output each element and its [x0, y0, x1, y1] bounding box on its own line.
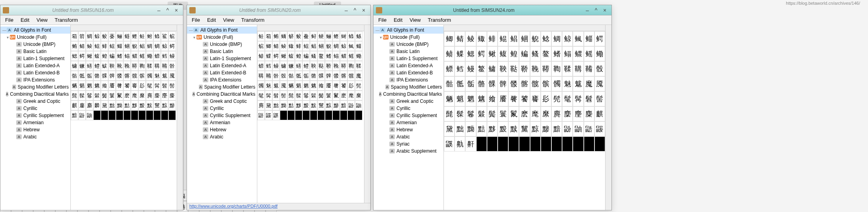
glyph-cell[interactable]: 骼 [476, 76, 487, 91]
scrollbar[interactable] [605, 25, 611, 210]
glyph-cell[interactable] [487, 136, 498, 151]
menu-edit[interactable]: Edit [204, 16, 219, 24]
glyph-cell[interactable]: 鲱 [101, 41, 108, 51]
glyph-cell[interactable]: 鞯 [340, 61, 347, 71]
glyph-cell[interactable]: 鳆 [287, 51, 295, 61]
glyph-cell[interactable] [287, 110, 295, 120]
glyph-cell[interactable]: 髅 [332, 71, 340, 81]
glyph-cell[interactable]: 黜 [108, 100, 116, 110]
glyph-cell[interactable]: 鞯 [131, 61, 138, 71]
glyph-cell[interactable]: 髋 [347, 71, 355, 81]
glyph-cell[interactable]: 鼬 [355, 100, 362, 110]
glyph-cell[interactable]: 鲶 [541, 31, 551, 46]
tree-item[interactable]: AIPA Extensions [187, 76, 257, 83]
glyph-cell[interactable]: 黧 [519, 121, 530, 136]
glyph-cell[interactable] [295, 110, 302, 120]
glyph-cell[interactable] [153, 110, 161, 120]
glyph-cell[interactable]: 餮 [116, 81, 123, 91]
tree-item[interactable]: AUnicode (BMP) [0, 41, 70, 48]
glyph-cell[interactable]: 麾 [347, 91, 355, 100]
tree-item[interactable]: ACyrillic [0, 105, 70, 112]
glyph-cell[interactable]: 髂 [340, 71, 347, 81]
glyph-cell[interactable]: 鲡 [325, 31, 332, 41]
scrollbar[interactable] [364, 25, 370, 203]
close-button[interactable]: × [359, 7, 368, 13]
glyph-cell[interactable]: 鲻 [116, 41, 123, 51]
glyph-cell[interactable]: 鞫 [551, 61, 562, 76]
glyph-cell[interactable]: 饔 [131, 81, 138, 91]
titlebar[interactable]: Untitled from SIMSUN24.rom – ^ × [374, 5, 611, 15]
glyph-cell[interactable]: 鬟 [325, 91, 332, 100]
glyph-cell[interactable]: 髯 [153, 81, 161, 91]
glyph-cell[interactable]: 鬏 [93, 91, 101, 100]
glyph-cell[interactable]: 鬣 [332, 91, 340, 100]
glyph-cell[interactable]: 髁 [317, 71, 325, 81]
glyph-cell[interactable]: 髀 [325, 71, 332, 81]
glyph-cell[interactable]: 鼢 [347, 100, 355, 110]
glyph-cell[interactable]: 鳃 [465, 46, 476, 61]
glyph-cell[interactable]: 魉 [71, 81, 78, 91]
category-tree[interactable]: —AAll Glyphs in Font▾U+Unicode (Full)AUn… [0, 25, 71, 210]
glyph-cell[interactable]: 鲰 [476, 31, 487, 46]
glyph-cell[interactable]: 餮 [508, 91, 519, 106]
maximize-button[interactable]: ^ [163, 7, 172, 13]
tree-item[interactable]: —AAll Glyphs in Font [374, 26, 443, 34]
glyph-cell[interactable]: 黝 [116, 100, 123, 110]
menu-transform[interactable]: Transform [238, 16, 268, 24]
glyph-cell[interactable]: 鞴 [161, 61, 168, 71]
glyph-cell[interactable]: 鲽 [265, 51, 272, 61]
glyph-cell[interactable]: 黩 [508, 121, 519, 136]
glyph-cell[interactable]: 鼾 [465, 136, 476, 151]
glyph-cell[interactable]: 鞫 [347, 61, 355, 71]
glyph-cell[interactable] [302, 110, 310, 120]
glyph-cell[interactable]: 魇 [280, 81, 287, 91]
tree-item[interactable]: AHebrew [0, 126, 70, 133]
glyph-cell[interactable]: 黧 [317, 100, 325, 110]
tree-item[interactable]: ABasic Latin [374, 48, 443, 55]
glyph-cell[interactable]: 鳋 [530, 46, 541, 61]
glyph-cell[interactable]: 麝 [86, 100, 93, 110]
glyph-cell[interactable] [476, 136, 487, 151]
glyph-cell[interactable]: 髹 [455, 106, 465, 121]
glyph-cell[interactable]: 黧 [153, 100, 161, 110]
tree-item[interactable]: ACyrillic [187, 105, 257, 112]
glyph-cell[interactable]: 鳄 [594, 31, 605, 46]
titlebar[interactable]: Untitled from SIMSUN16.rom – ^ × [0, 5, 183, 15]
tree-item[interactable]: AIPA Extensions [374, 76, 443, 83]
glyph-cell[interactable]: 髅 [508, 76, 519, 91]
glyph-cell[interactable]: 魔 [584, 76, 594, 91]
glyph-cell[interactable] [519, 136, 530, 151]
glyph-cell[interactable]: 鳄 [272, 51, 280, 61]
glyph-cell[interactable]: 鳝 [86, 61, 93, 71]
glyph-cell[interactable]: 鲩 [257, 41, 265, 51]
glyph-cell[interactable]: 饕 [340, 81, 347, 91]
glyph-cell[interactable]: 鞣 [146, 61, 153, 71]
menu-file[interactable]: File [375, 16, 390, 24]
glyph-cell[interactable]: 鲧 [355, 31, 362, 41]
glyph-cell[interactable] [161, 110, 168, 120]
glyph-cell[interactable]: 鳆 [93, 51, 101, 61]
glyph-cell[interactable]: 髫 [161, 81, 168, 91]
glyph-cell[interactable]: 黝 [465, 121, 476, 136]
glyph-cell[interactable] [108, 110, 116, 120]
glyph-cell[interactable]: 鲻 [584, 31, 594, 46]
tree-item[interactable]: ALatin Extended-B [374, 69, 443, 76]
glyph-grid[interactable]: 鲫鲭鲮鲰鲱鲲鲳鲴鲵鲶鲷鲸鲺鲻鳄鲼鲽鳃鳄鳅鳆鳇鳊鳋鳌鳍鳎鳏鳐鳓鳔鳕鳗鳘鳙鞅鞑鞒鞔鞯… [444, 31, 605, 210]
glyph-cell[interactable]: 鳄 [476, 46, 487, 61]
glyph-cell[interactable]: 鲷 [146, 41, 153, 51]
tree-item[interactable]: ▾U+Unicode (Full) [0, 34, 70, 41]
glyph-cell[interactable]: 髋 [530, 76, 541, 91]
glyph-cell[interactable]: 髭 [444, 106, 455, 121]
glyph-cell[interactable]: 鳌 [541, 46, 551, 61]
tree-item[interactable]: ASyriac [374, 140, 443, 148]
glyph-cell[interactable]: 鞅 [108, 61, 116, 71]
glyph-cell[interactable]: 鳏 [573, 46, 583, 61]
glyph-grid[interactable]: 鲑箱鲔鲕鲚鲛鲞鲟鲠鲡鲣鲥鲦鲧鲩鲫鲭鲮鲰鲱鲲鲳鲴鲵鲷鲸鲺鲻鲼鲽鳄鳅鳆鳇鳊鳋鳌鳍鳎鳏… [257, 31, 364, 203]
glyph-cell[interactable]: 髅 [116, 71, 123, 81]
glyph-cell[interactable]: 鲵 [325, 41, 332, 51]
glyph-cell[interactable]: 箭 [78, 31, 86, 41]
glyph-cell[interactable]: 鲔 [71, 41, 78, 51]
glyph-cell[interactable]: 鳙 [71, 61, 78, 71]
glyph-cell[interactable]: 鳕 [161, 51, 168, 61]
glyph-cell[interactable] [101, 110, 108, 120]
